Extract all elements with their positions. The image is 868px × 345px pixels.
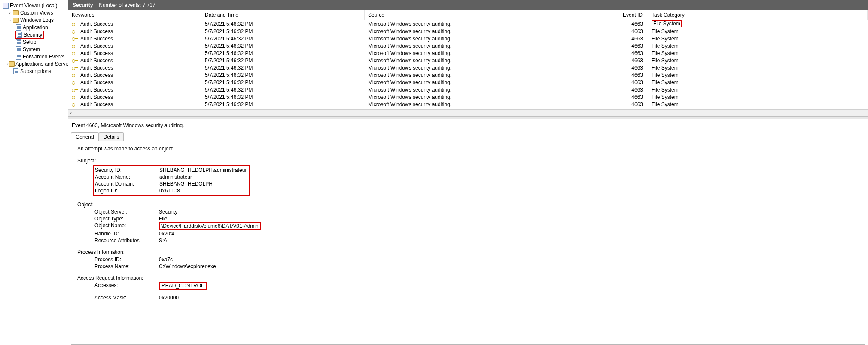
- col-keywords[interactable]: Keywords: [68, 10, 201, 20]
- tree-setup[interactable]: Setup: [0, 38, 68, 46]
- eventid-value: 4663: [618, 65, 648, 71]
- grid-header[interactable]: Keywords Date and Time Source Event ID T…: [68, 10, 868, 20]
- task-cell: File System: [648, 101, 868, 107]
- tree-custom-views[interactable]: › Custom Views: [0, 9, 68, 16]
- col-source[interactable]: Source: [365, 10, 618, 20]
- key-icon: [72, 109, 78, 110]
- process-heading: Process Information:: [77, 249, 859, 255]
- eventid-value: 4663: [618, 50, 648, 56]
- eventid-value: 4663: [618, 94, 648, 100]
- task-cell: File System: [648, 20, 868, 27]
- task-cell: File System: [648, 36, 868, 42]
- table-row[interactable]: Audit Success5/7/2021 5:46:32 PMMicrosof…: [68, 86, 868, 93]
- source-value: Microsoft Windows security auditing.: [365, 87, 618, 93]
- keywords-value: Audit Success: [80, 101, 113, 107]
- col-datetime[interactable]: Date and Time: [201, 10, 365, 20]
- source-value: Microsoft Windows security auditing.: [365, 28, 618, 34]
- security-id-label: Security ID:: [95, 167, 159, 174]
- tree-label: Applications and Services Lo: [15, 61, 68, 67]
- tree-windows-logs[interactable]: ⌄ Windows Logs: [0, 16, 68, 24]
- eventid-value: 4663: [618, 72, 648, 78]
- key-icon: [72, 65, 78, 71]
- tree-security[interactable]: Security: [0, 31, 68, 38]
- source-value: Microsoft Windows security auditing.: [365, 36, 618, 42]
- security-id-value: SHEBANGTHEDOLPH\administrateur: [159, 167, 247, 174]
- task-category-value: File System: [652, 20, 682, 27]
- task-cell: File System: [648, 28, 868, 34]
- tree-forwarded[interactable]: Forwarded Events: [0, 53, 68, 60]
- object-heading: Object:: [77, 202, 859, 208]
- log-icon: [16, 31, 23, 38]
- expand-icon[interactable]: ›: [7, 10, 12, 15]
- datetime-value: 5/7/2021 5:46:32 PM: [201, 65, 365, 71]
- table-row[interactable]: Audit Success5/7/2021 5:46:32 PMMicrosof…: [68, 64, 868, 71]
- table-row[interactable]: Audit Success5/7/2021 5:46:32 PMMicrosof…: [68, 42, 868, 49]
- tree-apps-services[interactable]: › Applications and Services Lo: [0, 60, 68, 67]
- collapse-icon[interactable]: ⌄: [7, 18, 12, 22]
- navigation-tree[interactable]: Event Viewer (Local) › Custom Views ⌄ Wi…: [0, 0, 68, 345]
- tab-details[interactable]: Details: [99, 132, 124, 141]
- tree-label: Forwarded Events: [23, 54, 64, 60]
- process-id-value: 0xa7c: [159, 256, 859, 263]
- source-value: Microsoft Windows security auditing.: [365, 72, 618, 78]
- accesses-value: READ_CONTROL: [159, 282, 207, 290]
- tree-system[interactable]: System: [0, 46, 68, 53]
- task-cell: File System: [648, 50, 868, 56]
- section-access: Access Request Information: Accesses: RE…: [77, 275, 859, 301]
- tree-subscriptions[interactable]: Subscriptions: [0, 67, 68, 75]
- keywords-value: Audit Success: [80, 36, 113, 42]
- datetime-value: 5/7/2021 5:46:32 PM: [201, 28, 365, 34]
- table-row[interactable]: Audit Success5/7/2021 5:46:32 PMMicrosof…: [68, 49, 868, 57]
- table-row[interactable]: Audit Success5/7/2021 5:46:32 PMMicrosof…: [68, 101, 868, 108]
- account-name-label: Account Name:: [95, 174, 159, 180]
- datetime-value: 5/7/2021 5:46:32 PM: [201, 101, 365, 107]
- details-body[interactable]: An attempt was made to access an object.…: [71, 141, 865, 345]
- process-name-label: Process Name:: [94, 263, 159, 270]
- key-icon: [72, 43, 78, 49]
- keywords-value: Audit Success: [80, 94, 113, 100]
- task-cell: File System: [648, 72, 868, 78]
- account-domain-label: Account Domain:: [95, 180, 159, 187]
- folder-icon: [12, 9, 19, 16]
- source-value: Microsoft Windows security auditing.: [365, 43, 618, 49]
- tree-label: Windows Logs: [20, 17, 54, 23]
- subject-highlight: Security ID: SHEBANGTHEDOLPH\administrat…: [93, 165, 250, 196]
- logon-id-label: Logon ID:: [95, 187, 159, 194]
- table-row[interactable]: Audit Success5/7/2021 5:46:32 PMMicrosof…: [68, 93, 868, 101]
- table-row[interactable]: Audit Success5/7/2021 5:46:32 PMMicrosof…: [68, 71, 868, 79]
- tab-general[interactable]: General: [71, 132, 99, 141]
- accesses-label: Accesses:: [94, 282, 159, 290]
- col-task[interactable]: Task Category: [648, 10, 868, 20]
- datetime-value: 5/7/2021 5:46:32 PM: [201, 50, 365, 56]
- table-row[interactable]: Audit Success5/7/2021 5:46:32 PMMicrosof…: [68, 35, 868, 42]
- folder-icon: [12, 17, 19, 24]
- details-tabs: General Details: [71, 132, 865, 141]
- horizontal-scrollbar[interactable]: ‹: [68, 109, 868, 116]
- tree-label: Security: [24, 32, 42, 38]
- table-row[interactable]: Audit Success5/7/2021 5:46:32 PMMicrosof…: [68, 57, 868, 64]
- datetime-value: 5/7/2021 5:46:32 PM: [201, 36, 365, 42]
- key-icon: [72, 72, 78, 78]
- table-row[interactable]: Audit Success5/7/2021 5:46:32 PMMicrosof…: [68, 79, 868, 86]
- keywords-value: Audit Success: [80, 58, 113, 64]
- event-grid[interactable]: Keywords Date and Time Source Event ID T…: [68, 10, 868, 116]
- table-row[interactable]: Audit Success5/7/2021 5:46:32 PMMicrosof…: [68, 27, 868, 35]
- key-icon: [72, 21, 78, 27]
- datetime-value: 5/7/2021 5:46:32 PM: [201, 21, 365, 27]
- key-icon: [72, 79, 78, 85]
- eventid-value: 4663: [618, 28, 648, 34]
- grid-body[interactable]: Audit Success5/7/2021 5:46:32 PMMicrosof…: [68, 20, 868, 109]
- table-row[interactable]: Audit Success5/7/2021 5:46:32 PMMicrosof…: [68, 20, 868, 27]
- subscriptions-icon: [12, 68, 19, 75]
- tree-root[interactable]: Event Viewer (Local): [0, 2, 68, 9]
- account-name-value: administrateur: [159, 174, 247, 180]
- account-domain-value: SHEBANGTHEDOLPH: [159, 180, 247, 187]
- tree-application[interactable]: Application: [0, 24, 68, 31]
- col-eventid[interactable]: Event ID: [618, 10, 648, 20]
- keywords-value: Audit Success: [80, 43, 113, 49]
- log-icon: [15, 53, 22, 60]
- log-header: Security Number of events: 7,737: [68, 0, 868, 10]
- datetime-value: 5/7/2021 5:46:32 PM: [201, 94, 365, 100]
- task-cell: File System: [648, 58, 868, 64]
- log-icon: [15, 24, 22, 31]
